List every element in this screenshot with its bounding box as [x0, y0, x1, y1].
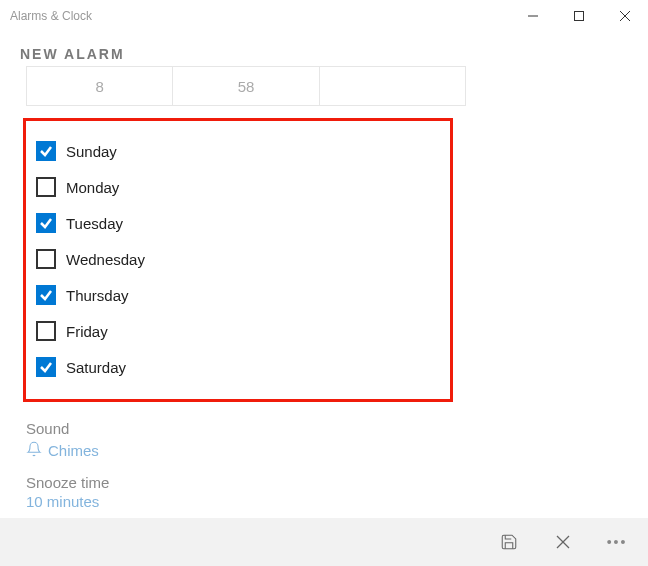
- title-bar: Alarms & Clock: [0, 0, 648, 32]
- close-button[interactable]: [602, 1, 648, 31]
- hour-cell[interactable]: 8: [27, 67, 173, 105]
- minimize-button[interactable]: [510, 1, 556, 31]
- day-item-tuesday[interactable]: Tuesday: [34, 205, 442, 241]
- app-title: Alarms & Clock: [10, 9, 92, 23]
- bell-icon: [26, 441, 42, 460]
- save-button[interactable]: [482, 518, 536, 566]
- sound-selector[interactable]: Chimes: [20, 437, 628, 460]
- checkbox-monday[interactable]: [36, 177, 56, 197]
- snooze-selector[interactable]: 10 minutes: [20, 491, 628, 510]
- sound-value: Chimes: [48, 442, 99, 459]
- minute-cell[interactable]: 58: [173, 67, 319, 105]
- day-item-friday[interactable]: Friday: [34, 313, 442, 349]
- day-label: Tuesday: [66, 215, 123, 232]
- window-controls: [510, 1, 648, 31]
- day-item-thursday[interactable]: Thursday: [34, 277, 442, 313]
- page-heading: NEW ALARM: [0, 32, 648, 66]
- day-label: Friday: [66, 323, 108, 340]
- checkbox-saturday[interactable]: [36, 357, 56, 377]
- day-label: Thursday: [66, 287, 129, 304]
- snooze-section-label: Snooze time: [20, 474, 628, 491]
- day-label: Monday: [66, 179, 119, 196]
- command-bar: •••: [0, 518, 648, 566]
- checkbox-friday[interactable]: [36, 321, 56, 341]
- day-item-wednesday[interactable]: Wednesday: [34, 241, 442, 277]
- day-item-saturday[interactable]: Saturday: [34, 349, 442, 385]
- ellipsis-icon: •••: [607, 534, 628, 550]
- sound-section-label: Sound: [20, 420, 628, 437]
- checkbox-tuesday[interactable]: [36, 213, 56, 233]
- svg-rect-1: [575, 12, 584, 21]
- ampm-cell[interactable]: [320, 67, 465, 105]
- checkbox-thursday[interactable]: [36, 285, 56, 305]
- more-button[interactable]: •••: [590, 518, 644, 566]
- checkbox-sunday[interactable]: [36, 141, 56, 161]
- day-label: Wednesday: [66, 251, 145, 268]
- time-picker[interactable]: 8 58: [26, 66, 466, 106]
- main-content: 8 58 SundayMondayTuesdayWednesdayThursda…: [0, 66, 648, 510]
- day-item-monday[interactable]: Monday: [34, 169, 442, 205]
- cancel-button[interactable]: [536, 518, 590, 566]
- day-label: Saturday: [66, 359, 126, 376]
- repeat-days-group: SundayMondayTuesdayWednesdayThursdayFrid…: [23, 118, 453, 402]
- checkbox-wednesday[interactable]: [36, 249, 56, 269]
- day-label: Sunday: [66, 143, 117, 160]
- maximize-button[interactable]: [556, 1, 602, 31]
- day-item-sunday[interactable]: Sunday: [34, 133, 442, 169]
